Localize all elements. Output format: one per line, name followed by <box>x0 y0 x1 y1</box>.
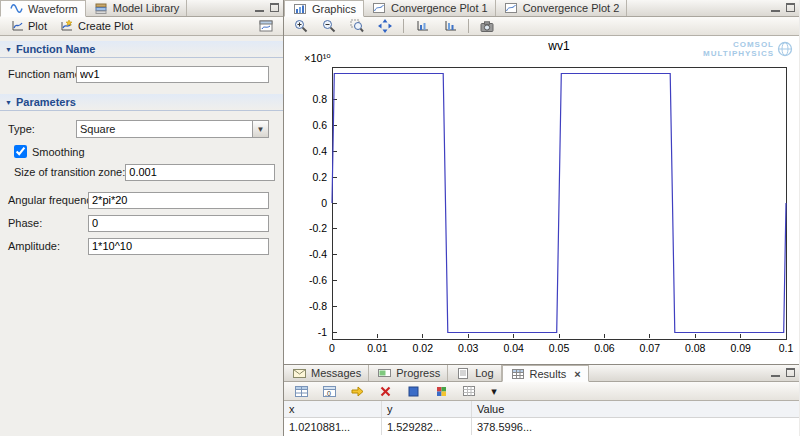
phase-input[interactable] <box>88 215 269 232</box>
export-table-icon <box>349 383 365 399</box>
comsol-window: Waveform Model Library Plot <box>0 0 800 436</box>
tab-graphics[interactable]: Graphics <box>284 0 364 17</box>
close-icon[interactable]: × <box>574 368 580 380</box>
tab-log[interactable]: Log <box>448 365 501 381</box>
table-graph-button[interactable] <box>456 381 482 401</box>
tab-results[interactable]: Results × <box>502 365 589 382</box>
chart-tab-icon <box>292 1 308 17</box>
zoom-extents-button[interactable] <box>372 16 398 36</box>
comsol-globe-icon <box>777 41 793 57</box>
smoothing-checkbox[interactable] <box>14 145 27 158</box>
svg-text:.0: .0 <box>325 389 331 396</box>
section-header-parameters[interactable]: ▼ Parameters <box>0 94 283 111</box>
create-plot-icon <box>59 18 75 34</box>
svg-text:-1: -1 <box>318 326 327 338</box>
snapshot-icon <box>479 18 495 34</box>
collapse-triangle-icon: ▼ <box>5 99 12 106</box>
tab-convergence-plot-2[interactable]: Convergence Plot 2 <box>496 0 628 16</box>
column-header-value[interactable]: Value <box>472 401 799 417</box>
table-surface-icon <box>405 383 421 399</box>
type-label: Type: <box>8 123 76 135</box>
axis-x-button[interactable] <box>409 16 435 36</box>
graphics-tabbar: Graphics Convergence Plot 1 Convergence … <box>284 0 799 17</box>
type-dropdown[interactable]: Square ▼ <box>76 120 269 138</box>
minimize-view-icon[interactable] <box>255 3 264 12</box>
type-dropdown-value: Square <box>80 123 115 135</box>
zoom-box-icon <box>349 18 365 34</box>
cell-x: 1.0210881... <box>284 418 382 435</box>
axis-y-button[interactable] <box>437 16 463 36</box>
axis-y-icon <box>442 18 458 34</box>
zoom-in-button[interactable] <box>288 16 314 36</box>
tab-waveform[interactable]: Waveform <box>0 0 86 17</box>
transition-zone-label: Size of transition zone: <box>14 166 125 178</box>
zoom-box-button[interactable] <box>344 16 370 36</box>
tab-convergence-plot-1[interactable]: Convergence Plot 1 <box>364 0 496 16</box>
progress-icon <box>376 365 392 381</box>
tab-progress[interactable]: Progress <box>369 365 448 381</box>
amplitude-input[interactable] <box>88 238 269 255</box>
results-icon <box>510 366 526 382</box>
minimize-view-icon[interactable] <box>771 3 780 12</box>
results-table: x y Value 1.0210881... 1.529282... 378.5… <box>284 401 799 436</box>
color-palette-button[interactable] <box>428 381 454 401</box>
column-header-x[interactable]: x <box>284 401 382 417</box>
svg-text:0.04: 0.04 <box>503 342 524 354</box>
table-surface-button[interactable] <box>400 381 426 401</box>
model-library-icon <box>93 0 109 16</box>
smoothing-label: Smoothing <box>32 146 85 158</box>
plot-button[interactable]: Plot <box>4 16 52 36</box>
plot-icon <box>9 18 25 34</box>
minimize-view-icon[interactable] <box>771 368 780 377</box>
comsol-logo-line1: COMSOL <box>733 40 774 49</box>
svg-text:-0.4: -0.4 <box>309 248 327 260</box>
more-options-button[interactable]: ▾ <box>484 381 504 401</box>
table-graph-icon <box>461 383 477 399</box>
axis-x-icon <box>414 18 430 34</box>
svg-text:0.05: 0.05 <box>549 342 570 354</box>
snapshot-button[interactable] <box>474 16 500 36</box>
graphics-toolbar <box>284 17 799 36</box>
clear-table-button[interactable] <box>372 381 398 401</box>
zoom-out-icon <box>321 18 337 34</box>
plot-canvas[interactable]: wv1×10¹⁰0.80.60.40.20-0.2-0.4-0.6-0.8-10… <box>284 36 799 365</box>
full-precision-button[interactable] <box>288 381 314 401</box>
graphics-area: Graphics Convergence Plot 1 Convergence … <box>284 0 799 436</box>
tab-convergence-plot-2-label: Convergence Plot 2 <box>523 2 620 14</box>
results-toolbar: .0 ▾ <box>284 382 799 401</box>
waveform-icon <box>8 1 24 17</box>
tab-model-library[interactable]: Model Library <box>86 0 188 16</box>
tab-model-library-label: Model Library <box>113 2 180 14</box>
column-header-y[interactable]: y <box>382 401 472 417</box>
tab-messages[interactable]: Messages <box>284 365 369 381</box>
plot-window-icon <box>258 18 274 34</box>
export-table-button[interactable] <box>344 381 370 401</box>
zoom-out-button[interactable] <box>316 16 342 36</box>
phase-label: Phase: <box>8 217 88 229</box>
angular-frequency-input[interactable] <box>88 192 269 209</box>
tab-waveform-label: Waveform <box>28 3 78 15</box>
tab-log-label: Log <box>475 367 493 379</box>
transition-zone-input[interactable] <box>125 164 275 181</box>
svg-text:0.8: 0.8 <box>312 93 327 105</box>
results-table-header: x y Value <box>284 401 799 418</box>
decimal-precision-button[interactable]: .0 <box>316 381 342 401</box>
section-title: Function Name <box>16 43 95 55</box>
create-plot-button[interactable]: Create Plot <box>54 16 138 36</box>
plot-window-button[interactable] <box>253 16 279 36</box>
function-name-input[interactable] <box>76 66 269 83</box>
maximize-view-icon[interactable] <box>786 3 795 12</box>
log-icon <box>455 365 471 381</box>
section-header-function-name[interactable]: ▼ Function Name <box>0 41 283 58</box>
table-row[interactable]: 1.0210881... 1.529282... 378.5996... <box>284 418 799 435</box>
maximize-view-icon[interactable] <box>786 368 795 377</box>
comsol-logo-line2: MULTIPHYSICS <box>703 49 774 58</box>
plot-button-label: Plot <box>28 20 47 32</box>
maximize-view-icon[interactable] <box>270 3 279 12</box>
svg-text:0: 0 <box>329 342 335 354</box>
svg-text:0.6: 0.6 <box>312 119 327 131</box>
tab-graphics-label: Graphics <box>312 3 356 15</box>
waveform-plot[interactable]: wv1×10¹⁰0.80.60.40.20-0.2-0.4-0.6-0.8-10… <box>284 36 799 365</box>
tab-progress-label: Progress <box>396 367 440 379</box>
svg-text:0.2: 0.2 <box>312 171 327 183</box>
